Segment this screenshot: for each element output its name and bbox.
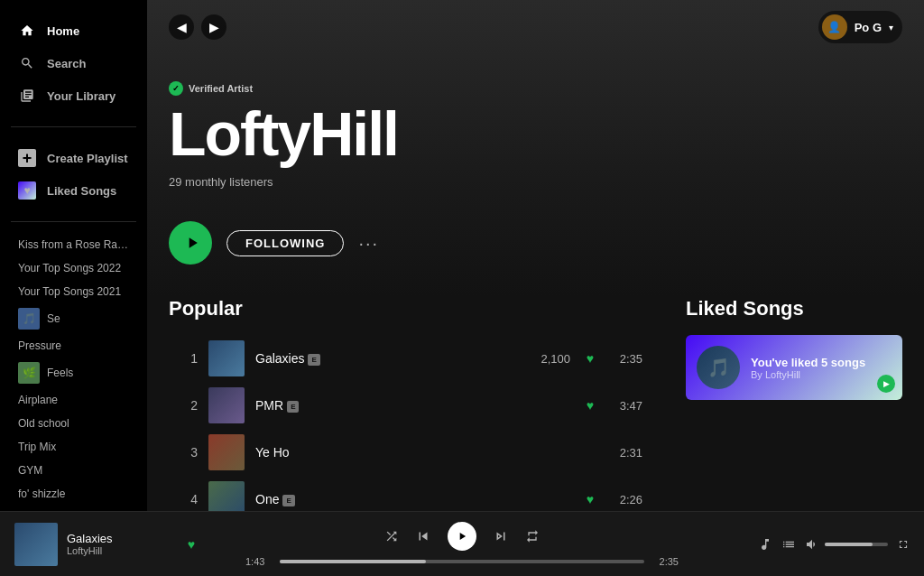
progress-bar-container: 1:43 2:35 [245, 556, 679, 567]
user-avatar: 👤 [822, 14, 847, 40]
track-number: 1 [176, 351, 198, 366]
liked-songs-button[interactable]: ♥ Liked Songs [11, 174, 136, 207]
library-icon [18, 87, 36, 105]
track-duration: 2:31 [610, 446, 642, 460]
track-info: Ye Ho [255, 445, 505, 460]
liked-songs-card[interactable]: 🎵 You've liked 5 songs By LoftyHill ▶ [686, 335, 902, 400]
sidebar-item-pressure[interactable]: Pressure [11, 334, 136, 358]
track-duration: 3:47 [610, 399, 642, 413]
play-pause-button[interactable] [448, 522, 476, 551]
heart-icon: ♥ [587, 398, 594, 413]
explicit-badge: E [308, 354, 319, 366]
sidebar-item-fo-shizzle[interactable]: fo' shizzle [11, 482, 136, 504]
volume-container [805, 537, 888, 552]
explicit-badge: E [287, 401, 299, 413]
previous-button[interactable] [415, 528, 431, 544]
avatar-image: 👤 [827, 21, 841, 33]
topbar: ◀ ▶ 👤 Po G ▾ [147, 0, 924, 54]
user-menu[interactable]: 👤 Po G ▾ [818, 11, 902, 43]
track-row[interactable]: 3 Ye Ho 2:31 [169, 429, 650, 476]
sidebar-item-se[interactable]: 🎵 Se [11, 303, 136, 334]
track-list: 1 GalaxiesE 2,100 ♥ 2:35 2 PMRE ♥ 3:47 3 [169, 335, 650, 511]
chevron-down-icon: ▾ [889, 23, 893, 33]
track-number: 4 [176, 492, 198, 506]
verified-checkmark-icon: ✓ [169, 81, 183, 96]
fullscreen-button[interactable] [897, 538, 910, 551]
track-title: GalaxiesE [255, 351, 505, 366]
sidebar-item-kiss-from-rose[interactable]: Kiss from a Rose Radio [11, 233, 136, 256]
track-thumbnail [208, 387, 245, 423]
player-bar: Galaxies LoftyHill ♥ 1:43 [0, 511, 924, 576]
sidebar-item-top-2021[interactable]: Your Top Songs 2021 [11, 280, 136, 303]
track-heart[interactable]: ♥ [581, 398, 599, 413]
track-heart[interactable]: ♥ [581, 492, 599, 506]
sidebar-item-old-school[interactable]: Old school [11, 412, 136, 435]
track-row[interactable]: 1 GalaxiesE 2,100 ♥ 2:35 [169, 335, 650, 382]
track-plays: 2,100 [516, 352, 570, 366]
more-options-button[interactable]: ··· [358, 233, 379, 254]
sidebar-item-feels[interactable]: 🌿 Feels [11, 358, 136, 388]
sidebar-item-airplane[interactable]: Airplane [11, 388, 136, 412]
liked-songs-avatar: 🎵 [697, 346, 740, 389]
liked-songs-icon: ♥ [18, 181, 36, 200]
current-time: 1:43 [245, 556, 273, 567]
plus-icon: + [18, 149, 36, 167]
now-playing: Galaxies LoftyHill ♥ [14, 523, 195, 566]
sidebar-item-gym[interactable]: GYM [11, 459, 136, 482]
user-name-label: Po G [855, 21, 882, 34]
next-button[interactable] [493, 528, 509, 544]
sidebar-item-trip-mix[interactable]: Trip Mix [11, 435, 136, 459]
track-number: 3 [176, 445, 198, 460]
track-info: PMRE [255, 398, 505, 413]
track-title: OneE [255, 492, 505, 506]
track-duration: 2:26 [610, 493, 642, 506]
main-content: ◀ ▶ 👤 Po G ▾ ✓ Verified Artist [147, 0, 924, 511]
heart-icon: ♥ [587, 351, 594, 366]
popular-title: Popular [169, 297, 650, 321]
sidebar-divider-1 [11, 126, 136, 127]
back-icon: ◀ [177, 20, 187, 34]
lyrics-button[interactable] [758, 537, 772, 552]
now-playing-heart-icon[interactable]: ♥ [188, 537, 195, 552]
playlist-thumb-feels: 🌿 [18, 362, 40, 384]
sidebar-item-search[interactable]: Search [11, 47, 136, 79]
explicit-badge: E [282, 495, 294, 506]
sidebar: Home Search Your Library + Create Playli… [0, 0, 147, 511]
now-playing-title: Galaxies [67, 532, 179, 545]
liked-songs-info: You've liked 5 songs By LoftyHill [751, 356, 892, 380]
liked-songs-section: Liked Songs 🎵 You've liked 5 songs By Lo… [686, 297, 902, 511]
volume-fill [825, 543, 873, 546]
create-playlist-button[interactable]: + Create Playlist [11, 142, 136, 174]
follow-button[interactable]: FOLLOWING [226, 230, 344, 256]
search-icon [18, 54, 36, 72]
progress-track[interactable] [280, 560, 644, 563]
home-icon [18, 22, 36, 40]
track-row[interactable]: 4 OneE ♥ 2:26 [169, 476, 650, 511]
forward-button[interactable]: ▶ [201, 14, 226, 40]
sidebar-item-library[interactable]: Your Library [11, 79, 136, 112]
track-duration: 2:35 [610, 352, 642, 366]
volume-icon[interactable] [805, 537, 819, 552]
track-number: 2 [176, 398, 198, 413]
player-right [729, 537, 910, 552]
track-thumbnail [208, 481, 245, 511]
track-row[interactable]: 2 PMRE ♥ 3:47 [169, 382, 650, 429]
liked-songs-play-badge[interactable]: ▶ [877, 375, 895, 393]
queue-button[interactable] [781, 537, 796, 552]
play-artist-button[interactable] [169, 221, 212, 265]
track-title: PMRE [255, 398, 505, 413]
sidebar-playlist-list: Kiss from a Rose Radio Your Top Songs 20… [0, 229, 147, 504]
verified-badge: ✓ Verified Artist [169, 81, 902, 96]
shuffle-button[interactable] [384, 529, 399, 543]
track-heart[interactable]: ♥ [581, 351, 599, 366]
liked-songs-card-title: You've liked 5 songs [751, 356, 892, 369]
repeat-button[interactable] [525, 529, 540, 543]
now-playing-thumbnail [14, 523, 58, 566]
volume-track[interactable] [825, 543, 888, 546]
now-playing-info: Galaxies LoftyHill [67, 532, 179, 556]
artist-header: ◀ ▶ 👤 Po G ▾ ✓ Verified Artist [147, 0, 924, 297]
sidebar-item-top-2022[interactable]: Your Top Songs 2022 [11, 256, 136, 280]
monthly-listeners: 29 monthly listeners [169, 175, 902, 189]
back-button[interactable]: ◀ [169, 14, 194, 40]
sidebar-item-home[interactable]: Home [11, 14, 136, 47]
